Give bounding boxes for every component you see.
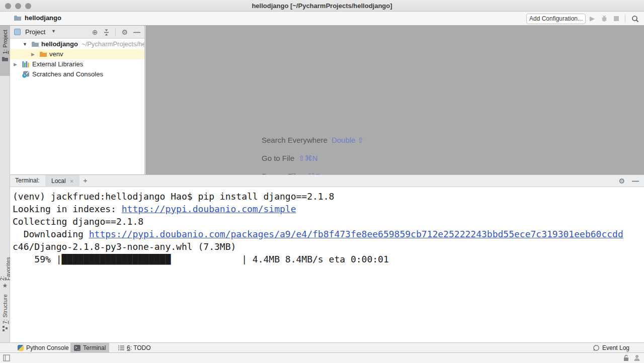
terminal-label: Terminal: [15,177,40,184]
terminal-line: Looking in indexes: https://pypi.doubani… [13,203,644,215]
terminal-progress-line: 59% |████████████████████ | 4.4MB 8.4MB/… [13,253,644,265]
star-icon: ★ [3,282,8,289]
pycharm-window: hellodjango [~/PycharmProjects/hellodjan… [0,0,644,363]
hide-panel-icon[interactable]: — [632,177,639,185]
python-icon [18,345,24,351]
expand-arrow-icon[interactable]: ▼ [23,42,27,47]
tool-button-python-console[interactable]: Python Console [14,343,72,353]
collapse-all-icon[interactable] [103,29,110,36]
terminal-line: c46/Django-2.1.8-py3-none-any.whl (7.3MB… [13,240,644,253]
search-everywhere-icon[interactable] [631,15,639,23]
scratches-icon [22,71,30,78]
tree-row-hellodjango[interactable]: ▼ hellodjango~/PycharmProjects/hellodjan… [10,39,144,49]
locate-file-icon[interactable]: ⊕ [92,29,98,36]
library-icon [22,61,29,67]
project-panel-header: Project ▼ ⊕ ⚙ — [10,26,144,39]
tool-button-project[interactable]: 1: Project [0,26,10,76]
run-icon[interactable]: ▶ [590,14,595,24]
editor-empty-area: Search Everywhere Double ⇧ Go to File ⇧⌘… [145,26,644,174]
terminal-link[interactable]: https://pypi.doubanio.com/simple [122,204,296,214]
tool-window-bar: Python Console >_ Terminal 6: TODO Event… [0,342,644,352]
toolbar-divider [625,15,625,23]
terminal-line: Collecting django==2.1.8 [13,215,644,228]
gear-icon[interactable]: ⚙ [121,29,128,36]
panel-header-divider [115,28,116,36]
terminal-line: (venv) jackfrued:hellodjango Hao$ pip in… [13,190,644,203]
tool-button-todo[interactable]: 6: TODO [115,343,154,353]
terminal-tool-window: Terminal: Local × + ⚙ — (venv) jackfrued… [10,174,644,342]
shortcut-hint: Search Everywhere Double ⇧ [262,136,364,145]
tool-window-icon [14,29,21,35]
terminal-tab-local[interactable]: Local × [45,175,79,187]
project-path: ~/PycharmProjects/hellodjango [82,40,145,48]
titlebar: hellodjango [~/PycharmProjects/hellodjan… [0,0,644,12]
tool-button-terminal[interactable]: >_ Terminal [70,343,109,353]
terminal-link[interactable]: https://pypi.doubanio.com/packages/a9/e4… [89,229,623,239]
terminal-output[interactable]: (venv) jackfrued:hellodjango Hao$ pip in… [10,188,644,343]
terminal-header: Terminal: Local × + ⚙ — [10,175,644,187]
project-folder-icon [2,56,8,62]
gear-icon[interactable]: ⚙ [618,177,625,185]
collapse-arrow-icon[interactable]: ▶ [31,52,35,57]
todo-list-icon [118,345,124,350]
project-tool-window: Project ▼ ⊕ ⚙ — ▼ hellodjango~/PycharmPr… [10,26,145,174]
tool-button-event-log[interactable]: Event Log [590,343,633,353]
shortcut-hint: Go to File ⇧⌘N [262,154,317,163]
left-tool-strip: 1: Project 2: Favorites ★ 7: Structure [0,26,10,342]
status-bar [0,352,644,363]
window-title: hellodjango [~/PycharmProjects/hellodjan… [0,2,644,10]
tool-button-structure[interactable]: 7: Structure [0,293,10,334]
chevron-down-icon[interactable]: ▼ [51,29,56,34]
tree-row-venv[interactable]: ▶ venv [10,49,144,59]
folder-icon [32,41,39,47]
project-panel-title[interactable]: Project [25,28,45,36]
user-profile-icon[interactable] [634,354,640,361]
stop-icon[interactable] [614,16,619,21]
tool-window-toggle-icon[interactable] [3,354,10,361]
close-tab-icon[interactable]: × [70,177,74,185]
add-configuration-button[interactable]: Add Configuration... [526,14,586,24]
collapse-arrow-icon[interactable]: ▶ [14,62,17,67]
new-session-icon[interactable]: + [83,176,88,185]
folder-icon [40,51,47,57]
unlock-icon[interactable] [623,354,629,361]
debug-icon[interactable] [601,15,608,22]
tree-row-scratches[interactable]: Scratches and Consoles [10,69,144,79]
project-tree: ▼ hellodjango~/PycharmProjects/hellodjan… [10,39,144,79]
tree-row-external-libraries[interactable]: ▶ External Libraries [10,59,144,69]
tool-button-favorites[interactable]: 2: Favorites ★ [0,252,10,289]
folder-icon [14,15,21,21]
event-log-icon [593,345,600,351]
terminal-line: Downloading https://pypi.doubanio.com/pa… [13,228,644,240]
breadcrumb-project-name: hellodjango [25,14,61,22]
main-toolbar: hellodjango Add Configuration... ▶ [0,12,644,26]
terminal-icon: >_ [74,345,80,351]
structure-icon [3,326,8,331]
hide-panel-icon[interactable]: — [133,28,140,36]
breadcrumb[interactable]: hellodjango [14,14,61,22]
